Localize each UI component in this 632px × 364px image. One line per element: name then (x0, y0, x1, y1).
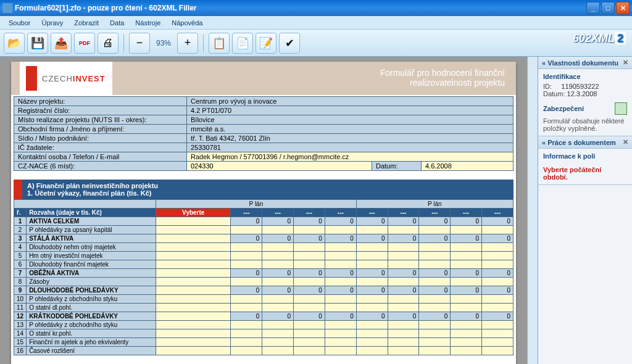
hdr-value[interactable]: Bílovice (187, 115, 514, 125)
cell[interactable] (231, 304, 262, 312)
cell[interactable] (419, 295, 451, 304)
cell[interactable] (231, 252, 262, 260)
cell[interactable] (419, 226, 451, 234)
form-button-3[interactable]: 📝 (256, 33, 276, 54)
cell[interactable] (325, 295, 356, 304)
minimize-button[interactable]: _ (586, 2, 600, 14)
save-button[interactable]: 💾 (27, 33, 48, 54)
cell[interactable] (356, 347, 388, 355)
cell[interactable] (388, 321, 419, 329)
cell[interactable] (231, 226, 262, 234)
cell[interactable] (231, 295, 262, 304)
close-properties-icon[interactable]: ✕ (623, 59, 628, 67)
cell[interactable] (388, 329, 419, 338)
cell[interactable] (294, 260, 325, 269)
zoom-out-button[interactable]: − (129, 33, 150, 54)
cell[interactable] (419, 304, 451, 312)
cell[interactable] (294, 338, 325, 347)
form-button-2[interactable]: 📄 (232, 33, 253, 54)
cell[interactable] (482, 243, 514, 252)
validate-button[interactable]: ✔ (279, 33, 300, 54)
close-work-icon[interactable]: ✕ (623, 138, 628, 146)
cell[interactable] (356, 243, 388, 252)
cell[interactable] (356, 278, 388, 286)
cell[interactable] (325, 304, 356, 312)
hdr-value[interactable]: Centrum pro vývoj a inovace (187, 97, 514, 106)
cell[interactable] (294, 329, 325, 338)
cell[interactable] (294, 226, 325, 234)
hdr-value[interactable]: 25330781 (187, 143, 514, 152)
cell[interactable] (388, 338, 419, 347)
cell[interactable] (294, 243, 325, 252)
cell[interactable] (388, 252, 419, 260)
cell[interactable] (325, 321, 356, 329)
cell[interactable] (356, 321, 388, 329)
cell[interactable] (231, 329, 262, 338)
zoom-in-button[interactable]: + (177, 33, 198, 54)
cell[interactable] (482, 329, 514, 338)
cell[interactable] (482, 226, 514, 234)
close-button[interactable]: ✕ (616, 2, 630, 14)
cell[interactable] (262, 226, 294, 234)
cell[interactable] (482, 347, 514, 355)
cell[interactable] (388, 226, 419, 234)
security-icon[interactable] (615, 102, 627, 115)
maximize-button[interactable]: □ (601, 2, 615, 14)
cell[interactable] (451, 226, 482, 234)
cell[interactable] (356, 304, 388, 312)
cell[interactable] (325, 329, 356, 338)
cell[interactable] (419, 338, 451, 347)
cell[interactable] (294, 321, 325, 329)
vertical-scrollbar[interactable] (527, 57, 538, 364)
cell[interactable] (262, 347, 294, 355)
menu-nástroje[interactable]: Nástroje (130, 18, 165, 28)
cell[interactable] (262, 260, 294, 269)
cell[interactable] (231, 347, 262, 355)
cell[interactable] (419, 347, 451, 355)
cell[interactable] (482, 260, 514, 269)
cell[interactable] (262, 252, 294, 260)
cell[interactable] (482, 252, 514, 260)
cell[interactable] (388, 295, 419, 304)
hdr-value[interactable]: Radek Hegmon / 577001396 / r.hegmon@mmci… (187, 152, 514, 162)
cell[interactable] (231, 321, 262, 329)
cell[interactable] (482, 295, 514, 304)
menu-nápověda[interactable]: Nápověda (167, 18, 207, 28)
vyberte-cell[interactable]: Vyberte (156, 209, 231, 217)
menu-úpravy[interactable]: Úpravy (36, 18, 68, 28)
cell[interactable] (356, 252, 388, 260)
cell[interactable] (262, 278, 294, 286)
cell[interactable] (294, 278, 325, 286)
hdr-value[interactable]: mmcité a.s. (187, 125, 514, 134)
cell[interactable] (451, 304, 482, 312)
cell[interactable] (262, 243, 294, 252)
cell[interactable] (325, 260, 356, 269)
hdr-value[interactable]: tř. T. Bati 4342, 76001 Zlín (187, 134, 514, 143)
cell[interactable] (451, 347, 482, 355)
cell[interactable] (231, 243, 262, 252)
cell[interactable] (482, 278, 514, 286)
cell[interactable] (419, 260, 451, 269)
form-button-1[interactable]: 📋 (209, 33, 230, 54)
cell[interactable] (325, 243, 356, 252)
cell[interactable] (325, 347, 356, 355)
cell[interactable] (231, 338, 262, 347)
cell[interactable] (482, 304, 514, 312)
print-button[interactable]: 🖨 (98, 33, 118, 54)
cell[interactable] (419, 321, 451, 329)
cell[interactable] (262, 304, 294, 312)
cell[interactable] (294, 252, 325, 260)
pdf-button[interactable]: PDF (74, 33, 95, 54)
cell[interactable] (325, 338, 356, 347)
cell[interactable] (451, 295, 482, 304)
cell[interactable] (262, 295, 294, 304)
cell[interactable] (262, 338, 294, 347)
cell[interactable] (451, 338, 482, 347)
cell[interactable] (451, 252, 482, 260)
cell[interactable] (451, 329, 482, 338)
cell[interactable] (356, 295, 388, 304)
cell[interactable] (388, 260, 419, 269)
cell[interactable] (419, 252, 451, 260)
cell[interactable] (262, 321, 294, 329)
cell[interactable] (419, 329, 451, 338)
